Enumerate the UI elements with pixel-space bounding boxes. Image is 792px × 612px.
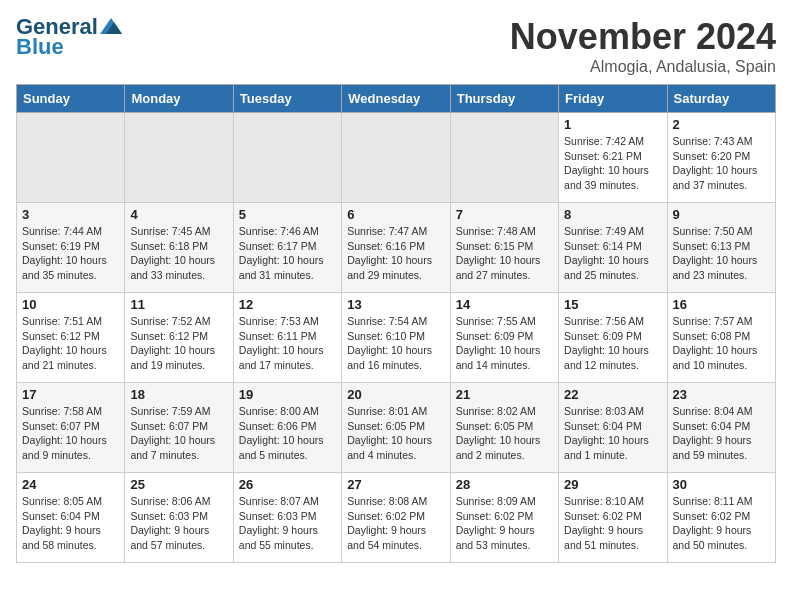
- location: Almogia, Andalusia, Spain: [510, 58, 776, 76]
- calendar-table: SundayMondayTuesdayWednesdayThursdayFrid…: [16, 84, 776, 563]
- calendar-cell: 22Sunrise: 8:03 AM Sunset: 6:04 PM Dayli…: [559, 383, 667, 473]
- calendar-cell: 9Sunrise: 7:50 AM Sunset: 6:13 PM Daylig…: [667, 203, 775, 293]
- logo: General Blue: [16, 16, 122, 60]
- calendar-cell: 14Sunrise: 7:55 AM Sunset: 6:09 PM Dayli…: [450, 293, 558, 383]
- calendar-cell: 20Sunrise: 8:01 AM Sunset: 6:05 PM Dayli…: [342, 383, 450, 473]
- day-info: Sunrise: 8:05 AM Sunset: 6:04 PM Dayligh…: [22, 494, 119, 553]
- col-header-monday: Monday: [125, 85, 233, 113]
- col-header-friday: Friday: [559, 85, 667, 113]
- day-number: 17: [22, 387, 119, 402]
- week-row-5: 24Sunrise: 8:05 AM Sunset: 6:04 PM Dayli…: [17, 473, 776, 563]
- day-number: 8: [564, 207, 661, 222]
- day-number: 1: [564, 117, 661, 132]
- day-number: 29: [564, 477, 661, 492]
- calendar-body: 1Sunrise: 7:42 AM Sunset: 6:21 PM Daylig…: [17, 113, 776, 563]
- day-info: Sunrise: 7:48 AM Sunset: 6:15 PM Dayligh…: [456, 224, 553, 283]
- col-header-sunday: Sunday: [17, 85, 125, 113]
- day-info: Sunrise: 7:45 AM Sunset: 6:18 PM Dayligh…: [130, 224, 227, 283]
- calendar-cell: 24Sunrise: 8:05 AM Sunset: 6:04 PM Dayli…: [17, 473, 125, 563]
- calendar-cell: [125, 113, 233, 203]
- calendar-cell: 21Sunrise: 8:02 AM Sunset: 6:05 PM Dayli…: [450, 383, 558, 473]
- day-info: Sunrise: 7:44 AM Sunset: 6:19 PM Dayligh…: [22, 224, 119, 283]
- calendar-cell: 18Sunrise: 7:59 AM Sunset: 6:07 PM Dayli…: [125, 383, 233, 473]
- day-info: Sunrise: 7:50 AM Sunset: 6:13 PM Dayligh…: [673, 224, 770, 283]
- col-header-saturday: Saturday: [667, 85, 775, 113]
- day-number: 2: [673, 117, 770, 132]
- day-number: 23: [673, 387, 770, 402]
- week-row-3: 10Sunrise: 7:51 AM Sunset: 6:12 PM Dayli…: [17, 293, 776, 383]
- day-number: 18: [130, 387, 227, 402]
- day-number: 27: [347, 477, 444, 492]
- day-number: 3: [22, 207, 119, 222]
- calendar-cell: 26Sunrise: 8:07 AM Sunset: 6:03 PM Dayli…: [233, 473, 341, 563]
- calendar-cell: 8Sunrise: 7:49 AM Sunset: 6:14 PM Daylig…: [559, 203, 667, 293]
- week-row-2: 3Sunrise: 7:44 AM Sunset: 6:19 PM Daylig…: [17, 203, 776, 293]
- header: General Blue November 2024 Almogia, Anda…: [16, 16, 776, 76]
- month-title: November 2024: [510, 16, 776, 58]
- week-row-4: 17Sunrise: 7:58 AM Sunset: 6:07 PM Dayli…: [17, 383, 776, 473]
- calendar-cell: [233, 113, 341, 203]
- day-number: 5: [239, 207, 336, 222]
- day-info: Sunrise: 7:51 AM Sunset: 6:12 PM Dayligh…: [22, 314, 119, 373]
- day-number: 10: [22, 297, 119, 312]
- calendar-header-row: SundayMondayTuesdayWednesdayThursdayFrid…: [17, 85, 776, 113]
- col-header-wednesday: Wednesday: [342, 85, 450, 113]
- calendar-cell: [450, 113, 558, 203]
- day-info: Sunrise: 7:49 AM Sunset: 6:14 PM Dayligh…: [564, 224, 661, 283]
- logo-icon: [100, 18, 122, 34]
- day-info: Sunrise: 8:01 AM Sunset: 6:05 PM Dayligh…: [347, 404, 444, 463]
- day-info: Sunrise: 7:53 AM Sunset: 6:11 PM Dayligh…: [239, 314, 336, 373]
- week-row-1: 1Sunrise: 7:42 AM Sunset: 6:21 PM Daylig…: [17, 113, 776, 203]
- calendar-cell: 5Sunrise: 7:46 AM Sunset: 6:17 PM Daylig…: [233, 203, 341, 293]
- calendar-cell: 1Sunrise: 7:42 AM Sunset: 6:21 PM Daylig…: [559, 113, 667, 203]
- calendar-cell: 3Sunrise: 7:44 AM Sunset: 6:19 PM Daylig…: [17, 203, 125, 293]
- day-info: Sunrise: 8:03 AM Sunset: 6:04 PM Dayligh…: [564, 404, 661, 463]
- calendar-cell: 12Sunrise: 7:53 AM Sunset: 6:11 PM Dayli…: [233, 293, 341, 383]
- day-number: 4: [130, 207, 227, 222]
- calendar-cell: 2Sunrise: 7:43 AM Sunset: 6:20 PM Daylig…: [667, 113, 775, 203]
- day-info: Sunrise: 8:10 AM Sunset: 6:02 PM Dayligh…: [564, 494, 661, 553]
- calendar-cell: 17Sunrise: 7:58 AM Sunset: 6:07 PM Dayli…: [17, 383, 125, 473]
- day-info: Sunrise: 7:58 AM Sunset: 6:07 PM Dayligh…: [22, 404, 119, 463]
- day-number: 26: [239, 477, 336, 492]
- day-info: Sunrise: 7:52 AM Sunset: 6:12 PM Dayligh…: [130, 314, 227, 373]
- calendar-cell: 6Sunrise: 7:47 AM Sunset: 6:16 PM Daylig…: [342, 203, 450, 293]
- day-number: 20: [347, 387, 444, 402]
- day-info: Sunrise: 7:47 AM Sunset: 6:16 PM Dayligh…: [347, 224, 444, 283]
- day-number: 28: [456, 477, 553, 492]
- day-number: 15: [564, 297, 661, 312]
- calendar-cell: 7Sunrise: 7:48 AM Sunset: 6:15 PM Daylig…: [450, 203, 558, 293]
- title-section: November 2024 Almogia, Andalusia, Spain: [510, 16, 776, 76]
- calendar-cell: 4Sunrise: 7:45 AM Sunset: 6:18 PM Daylig…: [125, 203, 233, 293]
- day-number: 19: [239, 387, 336, 402]
- calendar-cell: 16Sunrise: 7:57 AM Sunset: 6:08 PM Dayli…: [667, 293, 775, 383]
- day-info: Sunrise: 8:09 AM Sunset: 6:02 PM Dayligh…: [456, 494, 553, 553]
- calendar-cell: 30Sunrise: 8:11 AM Sunset: 6:02 PM Dayli…: [667, 473, 775, 563]
- day-info: Sunrise: 8:04 AM Sunset: 6:04 PM Dayligh…: [673, 404, 770, 463]
- day-info: Sunrise: 7:46 AM Sunset: 6:17 PM Dayligh…: [239, 224, 336, 283]
- day-info: Sunrise: 8:02 AM Sunset: 6:05 PM Dayligh…: [456, 404, 553, 463]
- day-info: Sunrise: 8:06 AM Sunset: 6:03 PM Dayligh…: [130, 494, 227, 553]
- calendar-cell: 11Sunrise: 7:52 AM Sunset: 6:12 PM Dayli…: [125, 293, 233, 383]
- day-number: 16: [673, 297, 770, 312]
- day-info: Sunrise: 7:43 AM Sunset: 6:20 PM Dayligh…: [673, 134, 770, 193]
- logo-blue-text: [100, 16, 122, 38]
- col-header-thursday: Thursday: [450, 85, 558, 113]
- calendar-cell: 28Sunrise: 8:09 AM Sunset: 6:02 PM Dayli…: [450, 473, 558, 563]
- calendar-cell: 10Sunrise: 7:51 AM Sunset: 6:12 PM Dayli…: [17, 293, 125, 383]
- calendar-cell: 23Sunrise: 8:04 AM Sunset: 6:04 PM Dayli…: [667, 383, 775, 473]
- calendar-cell: 27Sunrise: 8:08 AM Sunset: 6:02 PM Dayli…: [342, 473, 450, 563]
- day-info: Sunrise: 7:54 AM Sunset: 6:10 PM Dayligh…: [347, 314, 444, 373]
- day-number: 7: [456, 207, 553, 222]
- day-number: 14: [456, 297, 553, 312]
- day-info: Sunrise: 7:56 AM Sunset: 6:09 PM Dayligh…: [564, 314, 661, 373]
- day-info: Sunrise: 8:00 AM Sunset: 6:06 PM Dayligh…: [239, 404, 336, 463]
- day-number: 13: [347, 297, 444, 312]
- day-info: Sunrise: 8:08 AM Sunset: 6:02 PM Dayligh…: [347, 494, 444, 553]
- day-info: Sunrise: 7:59 AM Sunset: 6:07 PM Dayligh…: [130, 404, 227, 463]
- day-number: 22: [564, 387, 661, 402]
- day-info: Sunrise: 7:57 AM Sunset: 6:08 PM Dayligh…: [673, 314, 770, 373]
- day-info: Sunrise: 8:11 AM Sunset: 6:02 PM Dayligh…: [673, 494, 770, 553]
- calendar-cell: 19Sunrise: 8:00 AM Sunset: 6:06 PM Dayli…: [233, 383, 341, 473]
- day-number: 9: [673, 207, 770, 222]
